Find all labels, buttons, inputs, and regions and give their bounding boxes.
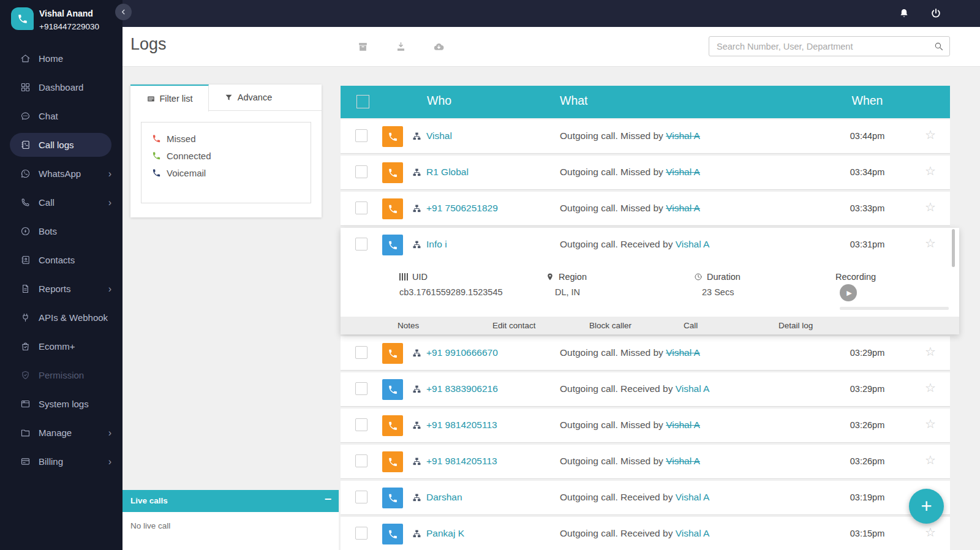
block-caller-button[interactable]: Block caller (589, 317, 631, 334)
agent-link[interactable]: Vishal A (676, 492, 710, 502)
contact-link[interactable]: +91 7506251829 (426, 203, 498, 214)
row-checkbox[interactable] (355, 527, 368, 540)
edit-contact-button[interactable]: Edit contact (492, 317, 536, 334)
favorite-star[interactable]: ☆ (925, 453, 936, 467)
sidebar-item-call-logs[interactable]: Call logs (0, 130, 123, 159)
sidebar-item-dashboard[interactable]: Dashboard (0, 73, 123, 102)
sidebar-item-home[interactable]: Home (0, 44, 123, 73)
archive-button[interactable] (357, 41, 369, 55)
table-row: R1 GlobalOutgoing call. Missed by Vishal… (341, 156, 950, 190)
sidebar-item-label: APIs & Webhook (39, 312, 108, 323)
ecomm-icon (20, 341, 31, 352)
contact-link[interactable]: Info i (426, 239, 447, 250)
contact-link[interactable]: +91 9910666670 (426, 347, 498, 358)
call-status-text: Outgoing call. Received by Vishal A (560, 528, 709, 539)
play-icon[interactable]: ▶ (840, 284, 857, 301)
call-time: 03:26pm (824, 420, 910, 430)
sidebar-item-call[interactable]: Call› (0, 188, 123, 217)
agent-link[interactable]: Vishal A (666, 347, 700, 358)
scrollbar-thumb[interactable] (952, 229, 955, 267)
download-button[interactable] (395, 41, 407, 55)
agent-link[interactable]: Vishal A (666, 130, 700, 141)
power-button[interactable] (930, 7, 942, 21)
sidebar-item-whatsapp[interactable]: WhatsApp› (0, 159, 123, 188)
filter-tabs: Filter listAdvance (130, 85, 322, 111)
table-row: Info iOutgoing call. Received by Vishal … (341, 228, 959, 334)
sidebar-item-ecomm[interactable]: Ecomm+ (0, 332, 123, 361)
row-checkbox[interactable] (355, 129, 368, 142)
add-call-fab[interactable]: + (909, 489, 944, 524)
agent-link[interactable]: Vishal A (666, 456, 700, 466)
agent-link[interactable]: Vishal A (676, 239, 710, 249)
favorite-star[interactable]: ☆ (925, 200, 936, 214)
sidebar-item-bots[interactable]: Bots (0, 217, 123, 246)
tab-advance[interactable]: Advance (209, 85, 287, 110)
sidebar-item-reports[interactable]: Reports› (0, 274, 123, 303)
row-checkbox[interactable] (355, 202, 368, 214)
header-actions (357, 41, 445, 55)
favorite-star[interactable]: ☆ (925, 416, 936, 431)
search-icon[interactable] (933, 41, 944, 51)
live-calls-empty-text: No live call (130, 521, 170, 530)
contact-link[interactable]: Darshan (426, 492, 462, 503)
row-checkbox[interactable] (355, 165, 368, 178)
sidebar-item-chat[interactable]: Chat (0, 102, 123, 130)
detail-log-button[interactable]: Detail log (778, 317, 813, 334)
sidebar-menu: HomeDashboardChatCall logsWhatsApp›Call›… (0, 44, 123, 476)
agent-link[interactable]: Vishal A (666, 203, 700, 213)
contacts-icon (20, 255, 31, 265)
sidebar-item-manage[interactable]: Manage› (0, 418, 123, 447)
live-calls-bar: Live calls – (123, 490, 339, 512)
topbar (123, 0, 980, 27)
clock-icon (694, 273, 703, 281)
select-all-checkbox[interactable] (356, 95, 369, 108)
contact-link[interactable]: R1 Global (426, 167, 469, 178)
phone-icon (152, 168, 161, 178)
favorite-star[interactable]: ☆ (925, 380, 936, 395)
map-pin-icon (546, 273, 554, 281)
phone-icon (388, 132, 398, 142)
agent-link[interactable]: Vishal A (676, 528, 710, 538)
notes-button[interactable]: Notes (398, 317, 419, 334)
contact-link[interactable]: Vishal (426, 130, 452, 141)
agent-link[interactable]: Vishal A (666, 167, 700, 177)
minimize-icon[interactable]: – (325, 491, 331, 505)
table-row: +91 9814205113Outgoing call. Missed by V… (341, 409, 950, 443)
row-checkbox[interactable] (355, 346, 368, 359)
row-checkbox[interactable] (355, 491, 368, 503)
bell-icon (898, 7, 910, 20)
sidebar-item-billing[interactable]: Billing› (0, 447, 123, 476)
sidebar-item-contacts[interactable]: Contacts (0, 246, 123, 274)
favorite-star[interactable]: ☆ (925, 127, 936, 142)
sidebar-item-apis-webhook[interactable]: APIs & Webhook (0, 303, 123, 332)
sidebar-item-system-logs[interactable]: System logs (0, 390, 123, 418)
search-input[interactable] (709, 37, 949, 56)
filter-option-missed[interactable]: Missed (152, 134, 311, 144)
contact-link[interactable]: +91 9814205113 (426, 456, 497, 467)
favorite-star[interactable]: ☆ (925, 236, 936, 251)
favorite-star[interactable]: ☆ (925, 344, 936, 359)
agent-link[interactable]: Vishal A (666, 420, 700, 430)
contact-link[interactable]: Pankaj K (426, 528, 464, 539)
cloud-download-button[interactable] (433, 41, 445, 55)
filter-option-voicemail[interactable]: Voicemail (152, 168, 311, 178)
row-checkbox[interactable] (355, 238, 368, 251)
filter-option-connected[interactable]: Connected (152, 151, 311, 161)
sidebar-collapse-button[interactable] (115, 4, 132, 20)
tab-label: Advance (238, 92, 272, 102)
favorite-star[interactable]: ☆ (925, 525, 936, 540)
contact-link[interactable]: +91 9814205113 (426, 420, 497, 431)
agent-link[interactable]: Vishal A (676, 383, 710, 394)
call-button[interactable]: Call (684, 317, 698, 334)
contact-link[interactable]: +91 8383906216 (426, 383, 498, 394)
bell-button[interactable] (898, 7, 910, 21)
row-checkbox[interactable] (355, 382, 368, 395)
topbar-icons (898, 7, 942, 21)
api-icon (20, 312, 31, 323)
tab-filter-list[interactable]: Filter list (130, 85, 209, 111)
favorite-star[interactable]: ☆ (925, 164, 936, 178)
row-checkbox[interactable] (355, 454, 368, 467)
row-checkbox[interactable] (355, 418, 368, 431)
recording-progress-bar[interactable] (840, 307, 949, 310)
table-row: +91 7506251829Outgoing call. Missed by V… (341, 192, 950, 226)
